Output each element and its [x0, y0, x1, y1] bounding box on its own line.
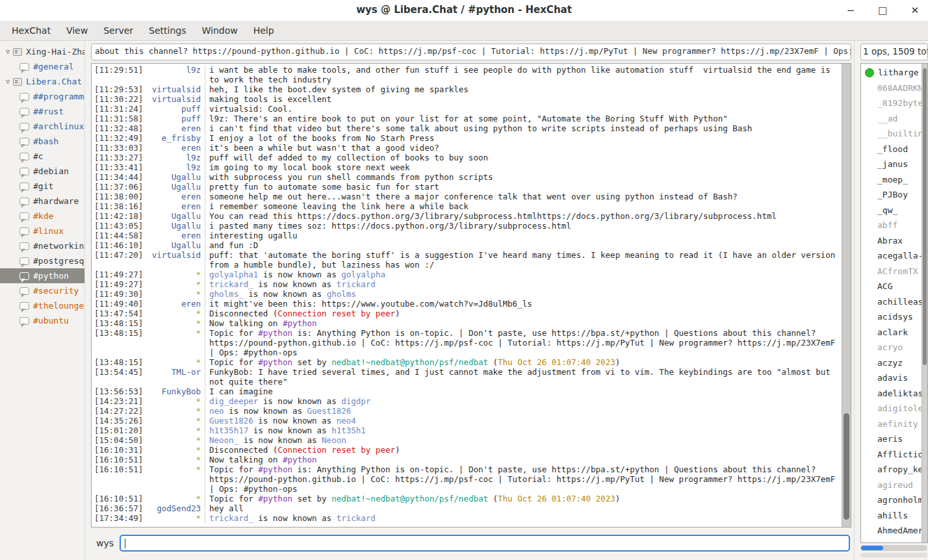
menu-item-settings[interactable]: Settings [141, 22, 194, 39]
sidebar-item-debian[interactable]: #debian [0, 164, 84, 179]
user-item[interactable]: 068AADRKN [861, 81, 922, 96]
nick[interactable]: eren [146, 192, 205, 201]
nick[interactable]: FunkyBob [146, 387, 205, 396]
nick[interactable]: godSend23 [146, 503, 205, 513]
status-star[interactable]: * [146, 455, 205, 465]
nick[interactable]: Ugallu [146, 221, 205, 231]
status-star[interactable]: * [146, 445, 205, 455]
chat-scrollbar[interactable] [842, 64, 851, 527]
topic-input[interactable]: about this channel? https://pound-python… [91, 44, 851, 60]
user-item[interactable]: _8192byte [861, 95, 922, 111]
status-star[interactable]: * [146, 426, 205, 435]
status-star[interactable]: * [146, 309, 205, 318]
nick[interactable]: TML-or [146, 367, 205, 377]
userlist-hscrollbar-thumb[interactable] [861, 546, 883, 550]
status-star[interactable]: * [146, 328, 205, 338]
nick[interactable]: eren [146, 231, 205, 240]
user-item[interactable]: AhmedAmer [861, 523, 922, 539]
user-item[interactable]: _moep_ [861, 172, 922, 188]
menu-item-view[interactable]: View [58, 22, 96, 39]
status-star[interactable]: * [146, 494, 205, 503]
sidebar-item-xing-hai-zhan[interactable]: ▽Xing-Hai-Zhan [0, 44, 84, 59]
user-item[interactable]: ACG [861, 279, 922, 294]
nick[interactable]: puff [146, 104, 205, 114]
minimize-button[interactable]: − [847, 3, 855, 18]
user-item[interactable]: aclark [861, 325, 922, 340]
user-item[interactable]: acidsys [861, 309, 922, 325]
status-star[interactable]: * [146, 513, 205, 523]
nick[interactable]: e_frisby [146, 133, 205, 143]
user-item[interactable]: __ad [861, 111, 922, 127]
user-item[interactable]: _janus [861, 157, 922, 172]
status-star[interactable]: * [146, 465, 205, 474]
nick[interactable]: eren [146, 123, 205, 133]
status-star[interactable]: * [146, 270, 205, 279]
sidebar-item-python[interactable]: #python [0, 268, 84, 283]
status-star[interactable]: * [146, 357, 205, 367]
nick[interactable]: eren [146, 143, 205, 153]
sidebar-item-thelounge[interactable]: #thelounge [0, 298, 84, 313]
sidebar-item-postgresql[interactable]: #postgresql [0, 253, 84, 268]
sidebar-item-programming[interactable]: ##programming [0, 89, 84, 104]
maximize-button[interactable]: □ [878, 3, 887, 18]
user-item[interactable]: ACfromTX [861, 264, 922, 279]
status-star[interactable]: * [146, 318, 205, 328]
close-button[interactable]: ✕ [910, 3, 919, 18]
sidebar-item-rust[interactable]: ##rust [0, 104, 84, 119]
status-star[interactable]: * [146, 396, 205, 406]
user-item[interactable]: __builtin [861, 126, 922, 142]
sidebar-item-kde[interactable]: #kde [0, 209, 84, 223]
pane-splitter-right[interactable] [854, 41, 859, 560]
user-item[interactable]: _qw_ [861, 203, 922, 218]
user-item[interactable]: adigitole [861, 401, 922, 416]
user-item[interactable]: afropy_ke [861, 462, 922, 477]
userlist-scrollbar[interactable] [922, 64, 927, 542]
sidebar-item-git[interactable]: #git [0, 179, 84, 194]
sidebar-item-c[interactable]: #c [0, 149, 84, 164]
pane-splitter-left[interactable] [84, 41, 90, 560]
menu-item-window[interactable]: Window [194, 22, 245, 39]
nick[interactable]: l9z [146, 65, 205, 75]
nick[interactable]: Ugallu [146, 211, 205, 221]
user-item[interactable]: aczyz [861, 355, 922, 371]
sidebar-item-bash[interactable]: #bash [0, 134, 84, 149]
userlist-scrollbar-thumb[interactable] [923, 68, 927, 365]
user-item[interactable]: acegalla- [861, 248, 922, 264]
user-item[interactable]: achilleas [861, 294, 922, 310]
nick[interactable]: eren [146, 201, 205, 211]
status-star[interactable]: * [146, 289, 205, 299]
user-item[interactable]: ahills [861, 508, 922, 524]
user-item[interactable]: aeris [861, 431, 922, 447]
user-item[interactable]: Abrax [861, 233, 922, 249]
sidebar-item-linux[interactable]: #linux [0, 223, 84, 238]
nick[interactable]: l9z [146, 162, 205, 172]
menu-item-hexchat[interactable]: HexChat [4, 22, 58, 39]
status-star[interactable]: * [146, 406, 205, 416]
sidebar-item-hardware[interactable]: #hardware [0, 194, 84, 209]
sidebar-item-networking[interactable]: #networking [0, 238, 84, 253]
nick[interactable]: l9z [146, 153, 205, 162]
user-item[interactable]: _flood [861, 142, 922, 157]
user-item[interactable]: _PJBoy [861, 187, 922, 203]
status-star[interactable]: * [146, 416, 205, 426]
user-item[interactable]: agireud [861, 477, 922, 493]
user-item[interactable]: agronholm [861, 492, 922, 508]
nick[interactable]: virtualsid [146, 94, 205, 104]
tree-expander-icon[interactable]: ▽ [3, 48, 13, 55]
userlist-hscrollbar[interactable] [860, 545, 927, 551]
nick[interactable]: Ugallu [146, 172, 205, 182]
message-input[interactable] [120, 535, 850, 552]
user-item[interactable]: Affliction [861, 447, 922, 463]
nick[interactable]: eren [146, 299, 205, 309]
user-item[interactable]: litharge [861, 65, 922, 81]
sidebar-item-libera.chat[interactable]: ▽Libera.Chat [0, 74, 84, 89]
menu-item-help[interactable]: Help [246, 22, 282, 39]
status-star[interactable]: * [146, 435, 205, 445]
sidebar-item-ubuntu[interactable]: #ubuntu [0, 313, 84, 328]
chat-scrollbar-thumb[interactable] [844, 413, 849, 520]
menu-item-server[interactable]: Server [96, 22, 141, 39]
user-item[interactable]: adavis [861, 370, 922, 386]
sidebar-item-general[interactable]: #general [0, 59, 84, 74]
userlist-hscrollbar-track[interactable] [860, 553, 927, 557]
nick[interactable]: virtualsid [146, 84, 205, 94]
